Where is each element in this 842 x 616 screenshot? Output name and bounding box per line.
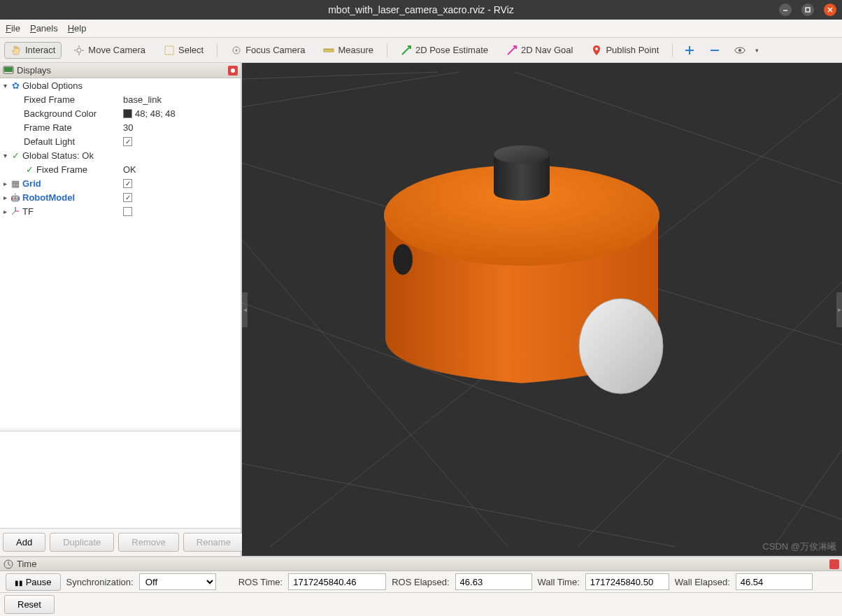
checkbox-tf[interactable] [123,207,132,216]
menu-bar: File Panels Help [0,20,842,38]
svg-point-30 [579,299,663,394]
select-icon [164,45,175,56]
menu-file[interactable]: File [6,23,20,34]
pose-estimate-button[interactable]: 2D Pose Estimate [394,42,494,59]
nav-goal-button[interactable]: 2D Nav Goal [500,42,579,59]
plus-icon[interactable] [684,45,695,56]
time-panel: Time ▮▮ Pause Synchronization: Off ROS T… [0,556,842,592]
reset-bar: Reset [0,592,842,616]
checkbox-robot-model[interactable] [123,193,132,202]
svg-rect-13 [4,67,13,72]
menu-help[interactable]: Help [68,23,87,34]
svg-point-9 [595,48,598,50]
displays-monitor-icon [3,65,14,76]
toolbar: Interact Move Camera Select Focus Camera… [0,38,842,63]
tree-robot-model[interactable]: ▸🤖RobotModel [0,190,241,204]
menu-panels[interactable]: Panels [30,23,58,34]
dropdown-caret-icon[interactable]: ▾ [755,47,759,54]
robot-icon: 🤖 [10,192,21,203]
ros-elapsed-field[interactable] [455,573,532,590]
focus-camera-icon [231,45,242,56]
reset-button[interactable]: Reset [4,595,55,614]
pose-estimate-arrow-icon [401,45,412,56]
rename-button[interactable]: Rename [183,533,244,552]
sync-label: Synchronization: [66,577,134,587]
checkbox-default-light[interactable] [123,137,132,146]
ok-check-icon: ✓ [10,150,21,161]
toolbar-separator [672,43,673,57]
interact-hand-icon [10,45,22,56]
tree-frame-rate[interactable]: Frame Rate 30 [0,120,241,134]
pause-button[interactable]: ▮▮ Pause [6,573,61,591]
description-area [0,431,241,528]
svg-point-14 [231,69,235,73]
svg-point-11 [738,49,741,52]
visibility-eye-icon[interactable] [734,45,745,56]
window-controls [779,3,836,16]
minimize-button[interactable] [779,3,792,16]
ros-time-label: ROS Time: [238,577,283,587]
panel-close-icon[interactable] [228,66,238,76]
window-title: mbot_with_laser_camera_xacro.rviz - RViz [328,4,514,15]
svg-point-28 [494,145,550,164]
duplicate-button[interactable]: Duplicate [50,533,114,552]
ros-elapsed-label: ROS Elapsed: [392,577,449,587]
wall-elapsed-label: Wall Elapsed: [675,577,730,587]
checkbox-grid[interactable] [123,179,132,188]
wall-time-field[interactable] [585,573,669,590]
svg-point-7 [236,49,238,51]
panel-close-icon[interactable] [829,559,839,569]
svg-point-4 [77,48,81,52]
svg-rect-1 [806,8,810,12]
displays-tree[interactable]: ▾✿Global Options Fixed Frame base_link B… [0,78,241,428]
time-title: Time [17,559,36,569]
time-panel-header[interactable]: Time [0,557,842,571]
publish-point-pin-icon [591,45,602,56]
interact-button[interactable]: Interact [4,42,62,59]
displays-button-row: Add Duplicate Remove Rename [0,528,241,556]
ok-check-icon: ✓ [24,164,35,175]
svg-rect-5 [165,46,173,55]
gear-icon: ✿ [10,80,21,91]
minus-icon[interactable] [709,45,720,56]
tree-status-fixed-frame[interactable]: ✓Fixed Frame OK [0,162,241,176]
tf-axes-icon [10,206,21,217]
displays-title: Displays [17,65,51,76]
add-button[interactable]: Add [3,533,45,552]
displays-panel-header[interactable]: Displays [0,63,241,78]
pause-icon: ▮▮ [15,579,23,587]
wall-time-label: Wall Time: [538,577,580,587]
remove-button[interactable]: Remove [118,533,178,552]
sync-select[interactable]: Off [139,573,216,590]
tree-global-options[interactable]: ▾✿Global Options [0,78,241,92]
tree-fixed-frame[interactable]: Fixed Frame base_link [0,92,241,106]
move-camera-icon [73,45,85,56]
close-button[interactable] [824,3,836,16]
tree-default-light[interactable]: Default Light [0,134,241,148]
color-swatch [123,109,132,118]
tree-global-status[interactable]: ▾✓Global Status: Ok [0,148,241,162]
measure-button[interactable]: Measure [317,42,380,59]
ros-time-field[interactable] [288,573,386,590]
wall-elapsed-field[interactable] [736,573,813,590]
tree-bg-color[interactable]: Background Color 48; 48; 48 [0,106,241,120]
maximize-button[interactable] [801,3,814,16]
toolbar-separator [217,43,217,57]
svg-point-29 [393,244,413,275]
displays-panel: Displays ▾✿Global Options Fixed Frame ba… [0,63,242,556]
left-drag-handle[interactable]: ◂ [242,292,248,327]
select-button[interactable]: Select [157,42,210,59]
focus-camera-button[interactable]: Focus Camera [224,42,311,59]
tree-grid[interactable]: ▸▦Grid [0,176,241,190]
publish-point-button[interactable]: Publish Point [585,42,665,59]
tree-tf[interactable]: ▸TF [0,204,241,218]
clock-icon [3,559,14,570]
grid-icon: ▦ [10,178,21,189]
measure-ruler-icon [323,45,334,56]
nav-goal-arrow-icon [506,45,518,56]
toolbar-separator [387,43,387,57]
3d-viewport[interactable]: ◂ ▸ CSDN @万俟淋曦 [242,63,842,556]
right-drag-handle[interactable]: ▸ [836,292,842,327]
title-bar: mbot_with_laser_camera_xacro.rviz - RViz [0,0,842,20]
move-camera-button[interactable]: Move Camera [67,42,152,59]
